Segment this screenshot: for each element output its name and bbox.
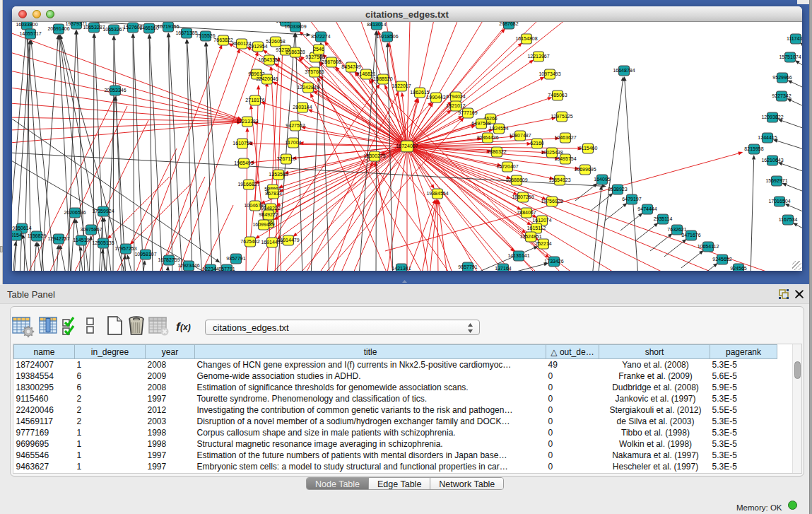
svg-text:7625402: 7625402: [240, 239, 259, 244]
svg-text:10653287: 10653287: [83, 25, 105, 30]
svg-text:8912954: 8912954: [248, 44, 267, 49]
svg-text:14136141: 14136141: [507, 253, 529, 258]
svg-text:164095: 164095: [594, 177, 610, 182]
svg-text:19756928: 19756928: [541, 199, 563, 204]
svg-text:7485063: 7485063: [548, 93, 567, 98]
svg-text:10688609: 10688609: [505, 177, 527, 182]
svg-text:9115460: 9115460: [579, 146, 598, 151]
svg-text:22420046: 22420046: [256, 76, 278, 81]
svg-text:16648784: 16648784: [613, 68, 635, 73]
svg-text:391541: 391541: [12, 233, 25, 238]
svg-text:15720407: 15720407: [496, 164, 518, 169]
svg-text:16671385: 16671385: [175, 30, 197, 35]
svg-text:117004: 117004: [286, 140, 302, 145]
svg-text:12975125: 12975125: [551, 114, 572, 119]
svg-text:3757685: 3757685: [305, 69, 324, 74]
svg-text:9245652: 9245652: [712, 257, 731, 262]
svg-text:14055717: 14055717: [19, 31, 41, 36]
svg-text:1990443: 1990443: [426, 95, 445, 100]
svg-text:9850614: 9850614: [12, 226, 31, 230]
svg-text:13524851: 13524851: [519, 234, 541, 239]
svg-text:19218506: 19218506: [376, 34, 398, 39]
svg-text:114519: 114519: [73, 238, 90, 243]
svg-text:9474444: 9474444: [637, 206, 657, 211]
svg-text:8572274: 8572274: [311, 34, 330, 39]
svg-text:1822017: 1822017: [392, 83, 411, 88]
svg-text:8215958: 8215958: [744, 146, 763, 151]
svg-text:10958107: 10958107: [134, 252, 156, 257]
svg-text:2867608: 2867608: [322, 59, 341, 64]
svg-text:10719155: 10719155: [157, 24, 179, 29]
svg-text:922344: 922344: [202, 267, 218, 271]
svg-text:18300275: 18300275: [363, 153, 385, 158]
svg-text:7886322: 7886322: [487, 149, 506, 154]
svg-text:62160: 62160: [530, 141, 544, 146]
svg-text:9777169: 9777169: [458, 110, 477, 115]
svg-text:12242848: 12242848: [297, 85, 319, 90]
svg-text:9327508: 9327508: [305, 54, 324, 59]
svg-text:15751074: 15751074: [779, 54, 801, 59]
svg-text:10654112: 10654112: [698, 244, 719, 249]
svg-text:9529966: 9529966: [772, 75, 792, 80]
svg-text:20364436: 20364436: [476, 135, 498, 140]
svg-text:18807269: 18807269: [512, 194, 534, 199]
svg-text:17016504: 17016504: [768, 199, 790, 204]
svg-text:1156829: 1156829: [28, 233, 47, 238]
svg-text:12923446: 12923446: [177, 263, 199, 268]
svg-text:6466160: 6466160: [139, 25, 158, 30]
svg-text:10653267: 10653267: [102, 27, 124, 32]
svg-text:9427552: 9427552: [286, 123, 305, 128]
svg-text:252214: 252214: [535, 241, 551, 246]
svg-text:15692971: 15692971: [765, 178, 787, 183]
svg-text:18724007: 18724007: [396, 144, 418, 148]
svg-text:13654923: 13654923: [548, 177, 570, 182]
svg-text:1615112: 1615112: [527, 226, 546, 230]
svg-text:16154808: 16154808: [515, 36, 537, 41]
svg-text:9849222: 9849222: [259, 212, 278, 217]
svg-text:1353594: 1353594: [269, 172, 288, 177]
svg-text:10463627: 10463627: [554, 135, 576, 140]
svg-text:16543382: 16543382: [258, 57, 280, 62]
svg-text:1612074: 1612074: [532, 218, 551, 223]
svg-text:9857791: 9857791: [226, 256, 245, 261]
svg-text:16033809: 16033809: [284, 24, 306, 29]
svg-text:12093822: 12093822: [761, 115, 783, 119]
svg-text:8938923: 8938923: [608, 187, 627, 192]
svg-text:137164: 137164: [495, 266, 511, 271]
svg-text:20691406: 20691406: [47, 26, 69, 31]
svg-text:19384554: 19384554: [426, 191, 448, 196]
svg-text:20053346: 20053346: [104, 88, 126, 93]
svg-text:2718176: 2718176: [245, 98, 264, 103]
svg-text:8454749: 8454749: [341, 64, 360, 69]
svg-text:16099489: 16099489: [252, 222, 274, 227]
svg-text:8813014: 8813014: [367, 22, 386, 27]
svg-text:7663822: 7663822: [213, 37, 233, 42]
svg-text:1588520: 1588520: [373, 76, 392, 81]
svg-text:10807487: 10807487: [509, 133, 531, 138]
svg-text:867833: 867833: [265, 191, 281, 196]
svg-text:16782759: 16782759: [158, 257, 180, 262]
svg-text:9146821: 9146821: [356, 71, 375, 76]
svg-text:16033800: 16033800: [16, 22, 37, 27]
svg-text:1733426: 1733426: [544, 259, 563, 264]
svg-text:2935114: 2935114: [654, 216, 673, 221]
svg-text:10699695: 10699695: [574, 167, 596, 172]
svg-text:12213383: 12213383: [236, 119, 258, 124]
svg-text:1117432: 1117432: [787, 36, 802, 41]
svg-text:12213967: 12213967: [527, 54, 549, 59]
svg-text:2687682: 2687682: [499, 22, 518, 26]
svg-text:5226058: 5226058: [266, 39, 285, 44]
svg-text:17957253: 17957253: [114, 246, 136, 251]
svg-text:1421341: 1421341: [392, 266, 411, 271]
svg-text:2803144: 2803144: [293, 105, 312, 110]
svg-text:17359924: 17359924: [92, 209, 114, 214]
svg-text:19166827: 19166827: [237, 182, 259, 187]
svg-text:6497508: 6497508: [471, 121, 490, 126]
svg-text:7632621: 7632621: [667, 227, 686, 232]
svg-text:10025438: 10025438: [541, 150, 563, 155]
svg-text:12942757: 12942757: [47, 236, 69, 241]
svg-text:1244415: 1244415: [758, 135, 777, 140]
svg-text:20206536: 20206536: [64, 210, 86, 215]
svg-text:1610755: 1610755: [233, 141, 252, 146]
svg-text:1862615: 1862615: [410, 90, 429, 95]
